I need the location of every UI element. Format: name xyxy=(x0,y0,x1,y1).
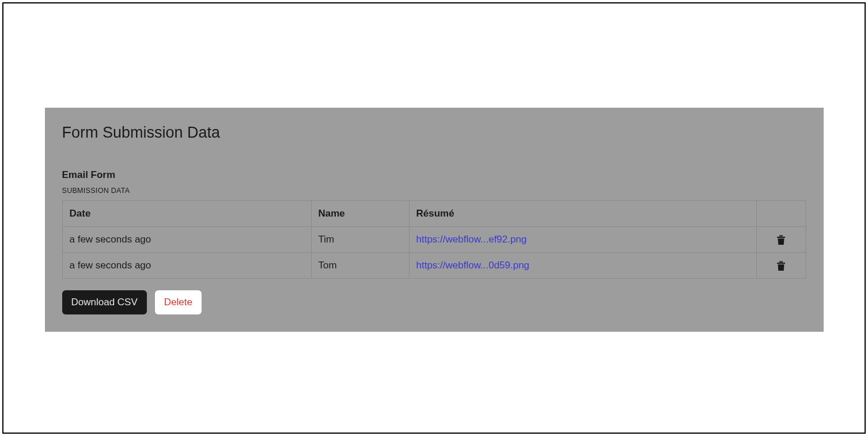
header-resume: Résumé xyxy=(409,201,756,227)
outer-frame: Form Submission Data Email Form SUBMISSI… xyxy=(2,2,866,434)
header-name: Name xyxy=(311,201,409,227)
resume-link[interactable]: https://webflow...ef92.png xyxy=(416,234,527,245)
svg-rect-2 xyxy=(777,263,785,264)
table-header-row: Date Name Résumé xyxy=(62,201,806,227)
cell-action xyxy=(756,253,806,279)
cell-name: Tim xyxy=(311,227,409,253)
svg-rect-1 xyxy=(779,235,783,236)
cell-date: a few seconds ago xyxy=(62,227,311,253)
cell-name: Tom xyxy=(311,253,409,279)
delete-button[interactable]: Delete xyxy=(155,290,202,314)
cell-action xyxy=(756,227,806,253)
panel-title: Form Submission Data xyxy=(62,124,806,142)
resume-link[interactable]: https://webflow...0d59.png xyxy=(416,260,530,271)
cell-resume: https://webflow...ef92.png xyxy=(409,227,756,253)
header-date: Date xyxy=(62,201,311,227)
svg-rect-0 xyxy=(777,237,785,238)
trash-icon[interactable] xyxy=(776,235,786,245)
submission-data-label: SUBMISSION DATA xyxy=(62,187,806,195)
form-submission-panel: Form Submission Data Email Form SUBMISSI… xyxy=(45,108,824,332)
form-name-label: Email Form xyxy=(62,169,806,181)
download-csv-button[interactable]: Download CSV xyxy=(62,290,147,314)
trash-icon[interactable] xyxy=(776,261,786,271)
table-row: a few seconds ago Tom https://webflow...… xyxy=(62,253,806,279)
cell-resume: https://webflow...0d59.png xyxy=(409,253,756,279)
cell-date: a few seconds ago xyxy=(62,253,311,279)
table-row: a few seconds ago Tim https://webflow...… xyxy=(62,227,806,253)
header-action xyxy=(756,201,806,227)
button-row: Download CSV Delete xyxy=(62,290,806,314)
svg-rect-3 xyxy=(779,261,783,262)
submission-table: Date Name Résumé a few seconds ago Tim h… xyxy=(62,200,806,279)
